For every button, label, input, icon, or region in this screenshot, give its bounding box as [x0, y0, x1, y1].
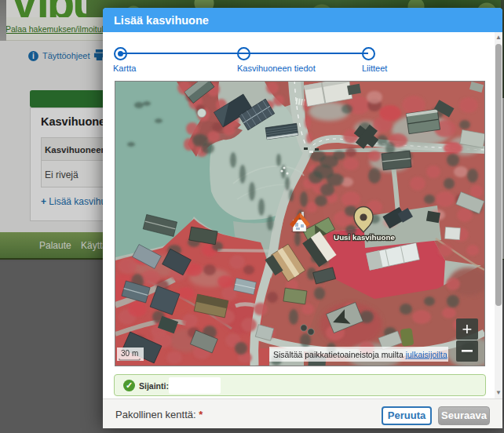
svg-text:+: + [462, 319, 473, 339]
svg-text:Uusi kasvihuone: Uusi kasvihuone [334, 233, 395, 242]
svg-text:Sisältää paikkatietoaineistoja: Sisältää paikkatietoaineistoja muilta ju… [273, 350, 447, 359]
svg-text:30 m: 30 m [121, 349, 138, 358]
